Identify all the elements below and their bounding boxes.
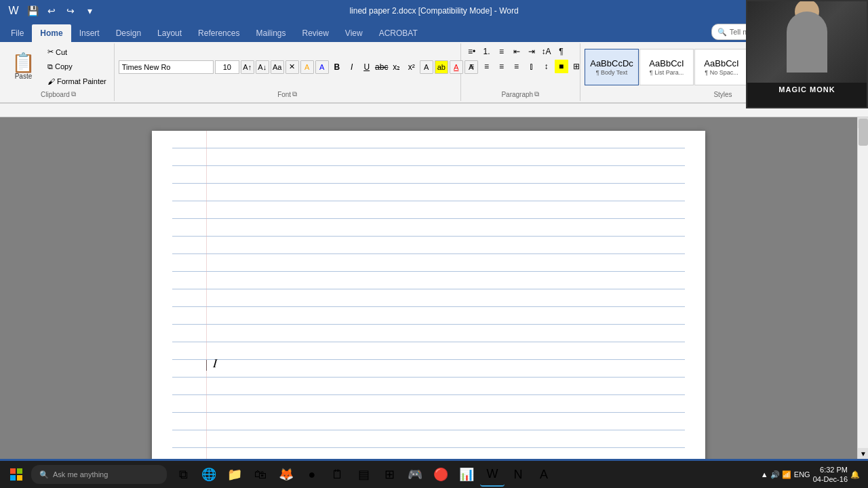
change-case-button[interactable]: Aa: [271, 60, 284, 74]
text-highlight-color-button[interactable]: ab: [435, 60, 448, 74]
chrome-icon[interactable]: ●: [300, 462, 324, 487]
taskbar-search[interactable]: 🔍 Ask me anything: [31, 465, 167, 484]
text-highlight-button[interactable]: A: [300, 60, 314, 74]
notifications-icon[interactable]: 🔔: [850, 470, 860, 479]
bullets-button[interactable]: ≡•: [465, 45, 479, 58]
paragraph-expand-icon[interactable]: ⧉: [534, 90, 539, 98]
scroll-down-button[interactable]: ▼: [858, 448, 868, 459]
save-quick-button[interactable]: 💾: [24, 3, 41, 19]
video-thumbnail: [747, 1, 867, 83]
underline-button[interactable]: U: [360, 60, 374, 74]
columns-button[interactable]: ⫿: [525, 60, 538, 73]
app10-icon[interactable]: 🎮: [403, 462, 427, 487]
search-icon: 🔍: [717, 28, 727, 37]
numbering-button[interactable]: 1.: [480, 45, 494, 58]
paper-line: [172, 342, 685, 360]
align-right-button[interactable]: ≡: [495, 60, 509, 73]
style-preview: AaBbCcDc: [590, 58, 633, 68]
app8-icon[interactable]: ▤: [351, 462, 376, 487]
firefox-icon[interactable]: 🦊: [274, 462, 298, 487]
show-formatting-button[interactable]: ¶: [555, 45, 568, 58]
window-title: lined paper 2.docx [Compatibility Mode] …: [349, 6, 518, 16]
ribbon-content: 📋 Paste ✂ Cut ⧉ Copy 🖌 Format Painter: [0, 42, 868, 103]
onenote-icon[interactable]: N: [506, 462, 530, 487]
align-center-button[interactable]: ≡: [480, 60, 494, 73]
customize-quick-access[interactable]: ▾: [81, 3, 98, 19]
redo-quick-button[interactable]: ↪: [62, 3, 79, 19]
grow-font-button[interactable]: A↑: [241, 60, 254, 74]
tab-home[interactable]: Home: [32, 24, 71, 42]
word-taskbar-icon[interactable]: W: [480, 462, 505, 487]
tab-design[interactable]: Design: [108, 24, 149, 42]
tab-references[interactable]: References: [190, 24, 248, 42]
style-preview: AaBbCcI: [649, 58, 684, 68]
font-group-content: A↑ A↓ Aa ✕ A A B I U abc x₂ x² A ab A: [119, 45, 456, 89]
subscript-button[interactable]: x₂: [390, 60, 403, 74]
format-painter-icon: 🖌: [47, 77, 55, 85]
tab-bar: File Home Insert Design Layout Reference…: [0, 22, 868, 42]
tab-review[interactable]: Review: [294, 24, 336, 42]
justify-button[interactable]: ≡: [510, 60, 524, 73]
font-group-label: Font ⧉: [119, 89, 456, 100]
superscript-button[interactable]: x²: [405, 60, 418, 74]
cut-icon: ✂: [47, 47, 54, 56]
align-left-button[interactable]: ≡: [465, 60, 479, 73]
tab-view[interactable]: View: [337, 24, 371, 42]
tab-file[interactable]: File: [3, 24, 32, 42]
font-expand-icon[interactable]: ⧉: [292, 90, 297, 98]
sticky-notes-icon[interactable]: 🗒: [326, 462, 350, 487]
clipboard-expand-icon[interactable]: ⧉: [71, 90, 76, 98]
tab-insert[interactable]: Insert: [71, 24, 108, 42]
increase-indent-button[interactable]: ⇥: [525, 45, 538, 58]
paper-line: [172, 378, 685, 395]
app11-icon[interactable]: 🔴: [429, 462, 453, 487]
clear-formatting-button[interactable]: ✕: [285, 60, 299, 74]
word-icon-button[interactable]: W: [5, 3, 22, 19]
cut-button[interactable]: ✂ Cut: [44, 45, 110, 59]
taskbar: 🔍 Ask me anything ⧉ 🌐 📁 🛍 🦊 ● 🗒 ▤ ⊞ 🎮 🔴 …: [0, 461, 868, 488]
copy-button[interactable]: ⧉ Copy: [44, 60, 110, 73]
style-list-para[interactable]: AaBbCcI ¶ List Para...: [639, 49, 694, 85]
clipboard-right: ✂ Cut ⧉ Copy 🖌 Format Painter: [41, 45, 110, 89]
paragraph-group-content: ≡• 1. ≡ ⇤ ⇥ ↕A ¶ ≡ ≡ ≡ ≡ ⫿ ↕ ■ ⊞: [465, 45, 576, 89]
quick-access-toolbar: W 💾 ↩ ↪ ▾: [5, 3, 98, 19]
clipboard-label: Clipboard ⧉: [7, 89, 110, 100]
font-name-row: A↑ A↓ Aa ✕ A A: [119, 60, 329, 74]
multilevel-list-button[interactable]: ≡: [495, 45, 509, 58]
document-area[interactable]: 𝐼: [0, 117, 857, 459]
format-painter-button[interactable]: 🖌 Format Painter: [44, 75, 110, 88]
shading-button[interactable]: ■: [555, 60, 568, 73]
app9-icon[interactable]: ⊞: [377, 462, 401, 487]
vertical-scrollbar[interactable]: ▲ ▼: [857, 117, 868, 459]
bold-button[interactable]: B: [330, 60, 344, 74]
font-name-input[interactable]: [119, 60, 214, 74]
sort-button[interactable]: ↕A: [540, 45, 553, 58]
font-size-input[interactable]: [215, 60, 239, 74]
shrink-font-button[interactable]: A↓: [256, 60, 269, 74]
style-body-text[interactable]: AaBbCcDc ¶ Body Text: [585, 49, 639, 85]
font-color-button[interactable]: A: [315, 60, 329, 74]
italic-button[interactable]: I: [345, 60, 359, 74]
paragraph-bottom-row: ≡ ≡ ≡ ≡ ⫿ ↕ ■ ⊞: [465, 60, 583, 73]
undo-quick-button[interactable]: ↩: [43, 3, 60, 19]
explorer-icon[interactable]: 📁: [222, 462, 247, 487]
style-name: ¶ No Spac...: [705, 69, 738, 76]
style-no-spacing[interactable]: AaBbCcI ¶ No Spac...: [694, 49, 749, 85]
task-view-button[interactable]: ⧉: [171, 462, 195, 487]
lined-paper: [152, 131, 705, 459]
acrobat-taskbar-icon[interactable]: A: [532, 462, 556, 487]
tab-acrobat[interactable]: ACROBAT: [371, 24, 426, 42]
app12-icon[interactable]: 📊: [454, 462, 479, 487]
scroll-thumb[interactable]: [859, 119, 868, 146]
strikethrough-button[interactable]: abc: [375, 60, 389, 74]
decrease-indent-button[interactable]: ⇤: [510, 45, 524, 58]
line-spacing-button[interactable]: ↕: [540, 60, 553, 73]
paste-button[interactable]: 📋 Paste: [7, 45, 40, 89]
start-button[interactable]: [3, 462, 30, 487]
tab-mailings[interactable]: Mailings: [248, 24, 294, 42]
store-icon[interactable]: 🛍: [248, 462, 273, 487]
paper-line: [172, 237, 685, 254]
text-effects-button[interactable]: A: [420, 60, 433, 74]
edge-icon[interactable]: 🌐: [197, 462, 221, 487]
tab-layout[interactable]: Layout: [149, 24, 190, 42]
